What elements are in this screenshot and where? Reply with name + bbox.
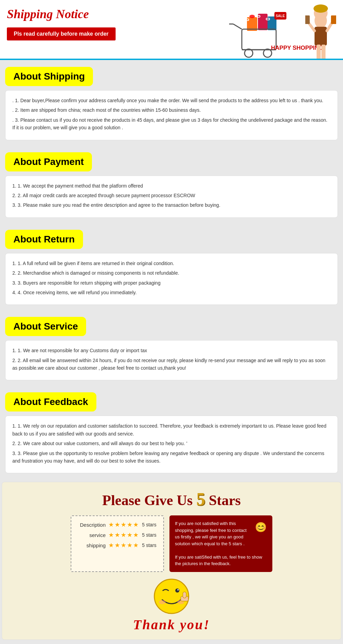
shipping-title: About Shipping: [13, 71, 85, 82]
description-count: 5 stars: [142, 522, 156, 527]
read-banner: Pls read carefully before make order: [7, 27, 116, 40]
feedback-title-box: About Feedback: [5, 392, 96, 412]
header-left: Shipping Notice Pls read carefully befor…: [7, 3, 116, 40]
shipping-label: shipping: [78, 542, 106, 548]
list-item: 1. We rely on our reputation and custome…: [12, 422, 331, 438]
stars-grid: Description ★★★★★ 5 stars service ★★★★★ …: [9, 515, 334, 572]
shipping-content: 1. Dear buyer,Please confirm your addres…: [5, 90, 338, 140]
svg-point-6: [249, 15, 255, 18]
service-title: About Service: [13, 321, 78, 332]
header: Shipping Notice Pls read carefully befor…: [0, 0, 343, 60]
cart-area: SALE HAPPY SHOPPING: [226, 3, 336, 60]
five-stars-suffix: Stars: [205, 492, 241, 508]
list-item: 2. Merchandise which is damaged or missi…: [12, 269, 331, 277]
stars-row-description: Description ★★★★★ 5 stars: [78, 521, 156, 528]
list-item: 2. Item are shipped from china; reach mo…: [12, 106, 331, 114]
payment-content: 1. We accept the payment method that the…: [5, 176, 338, 218]
list-item: 1. A full refund will be given if items …: [12, 260, 331, 267]
feedback-list: 1. We rely on our reputation and custome…: [12, 422, 331, 465]
svg-rect-22: [331, 15, 336, 24]
payment-title-box: About Payment: [5, 152, 92, 171]
about-shipping-section: About Shipping 1. Dear buyer,Please conf…: [0, 60, 343, 145]
shipping-stars: ★★★★★: [108, 541, 139, 549]
about-return-section: About Return 1. A full refund will be gi…: [0, 223, 343, 310]
payment-list: 1. We accept the payment method that the…: [12, 182, 331, 209]
feedback-content: 1. We rely on our reputation and custome…: [5, 416, 338, 473]
svg-text:SALE: SALE: [276, 14, 285, 18]
svg-point-27: [177, 589, 179, 591]
return-title: About Return: [13, 234, 75, 245]
five-stars-title: Please Give Us 5 Stars: [9, 489, 334, 509]
list-item: 4. Once receiving items, we will refund …: [12, 289, 331, 296]
woman-figure: [305, 3, 336, 60]
svg-rect-2: [258, 14, 268, 30]
stars-notice-box: 😊 If you are not satisfied with this sho…: [169, 515, 272, 572]
stars-satisfied-text: If you are satiSfied with us, feel free …: [175, 554, 262, 567]
about-service-section: About Service 1. We are not responsible …: [0, 310, 343, 385]
stars-row-service: service ★★★★★ 5 stars: [78, 531, 156, 539]
svg-rect-21: [305, 15, 310, 24]
list-item: 2. We care about our value customers, an…: [12, 440, 331, 447]
stars-row-shipping: shipping ★★★★★ 5 stars: [78, 541, 156, 549]
svg-rect-23: [317, 45, 321, 60]
service-content: 1. We are not responsible for any Custom…: [5, 340, 338, 380]
svg-rect-16: [315, 27, 327, 46]
feedback-title: About Feedback: [13, 396, 88, 407]
list-item: 2. All major credit cards are accepted t…: [12, 192, 331, 199]
list-item: 3. Please give us the opportunity to res…: [12, 450, 331, 465]
stars-notice-text: If you are not satisfied with this shopp…: [175, 521, 247, 546]
smiley-icon: 😊: [255, 520, 267, 535]
page-title: Shipping Notice: [7, 7, 116, 21]
svg-line-8: [233, 24, 242, 29]
five-stars-number: 5: [196, 489, 205, 509]
shipping-title-box: About Shipping: [5, 67, 93, 86]
winking-smiley-icon: [153, 577, 190, 615]
return-title-box: About Return: [5, 230, 83, 249]
return-content: 1. A full refund will be given if items …: [5, 253, 338, 305]
list-item: 1. We accept the payment method that the…: [12, 182, 331, 190]
cart-icon: SALE: [226, 7, 288, 60]
return-list: 1. A full refund will be given if items …: [12, 260, 331, 297]
thank-you-area: Thank you!: [9, 577, 334, 633]
svg-rect-24: [321, 45, 326, 60]
list-item: 3. Please contact us if you do not recei…: [12, 116, 331, 132]
service-title-box: About Service: [5, 317, 86, 336]
about-feedback-section: About Feedback 1. We rely on our reputat…: [0, 385, 343, 478]
shipping-count: 5 stars: [142, 542, 156, 548]
service-list: 1. We are not responsible for any Custom…: [12, 347, 331, 372]
stars-rating-box: Description ★★★★★ 5 stars service ★★★★★ …: [71, 515, 164, 572]
about-payment-section: About Payment 1. We accept the payment m…: [0, 145, 343, 223]
service-count: 5 stars: [142, 532, 156, 538]
five-stars-prefix: Please Give Us: [102, 492, 196, 508]
list-item: 3. Buyers are responsible for return shi…: [12, 279, 331, 287]
svg-rect-31: [183, 592, 186, 598]
payment-title: About Payment: [13, 156, 84, 167]
service-label: service: [78, 532, 106, 538]
svg-point-18: [314, 4, 328, 13]
list-item: 1. Dear buyer,Please confirm your addres…: [12, 97, 331, 104]
list-item: 3. Please make sure you read the entire …: [12, 201, 331, 209]
service-stars: ★★★★★: [108, 531, 139, 539]
svg-point-26: [175, 588, 179, 593]
svg-point-10: [245, 49, 253, 57]
thank-you-text: Thank you!: [9, 617, 334, 633]
list-item: 1. We are not responsible for any Custom…: [12, 347, 331, 354]
list-item: 2. All email will be answered within 24 …: [12, 357, 331, 372]
svg-point-28: [159, 600, 166, 604]
description-label: Description: [78, 522, 106, 528]
description-stars: ★★★★★: [108, 521, 139, 528]
shipping-list: 1. Dear buyer,Please confirm your addres…: [12, 97, 331, 132]
svg-point-11: [263, 49, 272, 57]
five-stars-section: Please Give Us 5 Stars Description ★★★★★…: [2, 482, 341, 640]
